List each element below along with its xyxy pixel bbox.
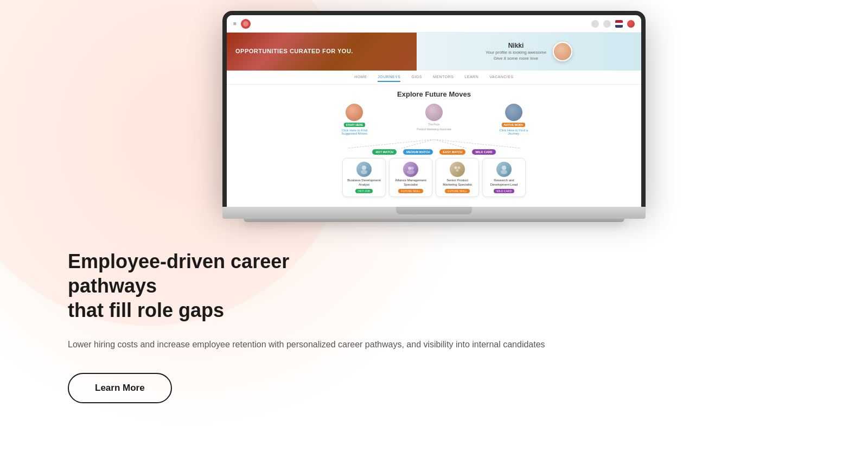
search-icon[interactable] — [591, 20, 599, 28]
tab-home[interactable]: HOME — [354, 75, 367, 82]
tag-medium-match: MEDIUM MATCH — [403, 149, 433, 155]
menu-icon[interactable]: ≡ — [233, 21, 237, 27]
hero-profile-name: Nikki — [486, 42, 546, 49]
svg-point-13 — [501, 170, 507, 174]
journey-user-native: NATIVE WORK Click Here to Find a Journey — [495, 104, 533, 135]
hero-profile-avatar — [553, 42, 572, 61]
journey-user-start: START HERE Click Here to Find Suggested … — [335, 104, 373, 135]
language-flag-icon[interactable] — [615, 20, 623, 28]
svg-point-12 — [502, 166, 506, 170]
user-start-avatar — [346, 104, 363, 121]
svg-line-2 — [434, 139, 467, 148]
start-badge: START HERE — [344, 123, 366, 127]
hero-image: OPPORTUNITIES CURATED FOR YOU. — [227, 33, 417, 71]
nav-icons — [591, 20, 635, 28]
hero-profile-card: Nikki Your profile is looking awesomeGiv… — [417, 33, 641, 71]
role-card-3: Research and Development Lead WILD CARD — [482, 158, 526, 197]
laptop-base — [222, 207, 646, 219]
user-avatar-icon[interactable] — [627, 20, 635, 28]
svg-line-1 — [401, 139, 434, 148]
hero-profile-message: Your profile is looking awesomeGive it s… — [486, 49, 546, 61]
hero-profile-info: Nikki Your profile is looking awesomeGiv… — [486, 42, 546, 61]
role-badge-2: FUTURE SKILL — [445, 189, 469, 193]
page-content: ≡ OPPORTUNITIES CURATED FOR YOU. — [0, 0, 868, 403]
svg-point-11 — [456, 169, 459, 172]
user-native-avatar — [505, 104, 522, 121]
user-native-label: Click Here to Find a Journey — [495, 129, 533, 135]
tab-mentors[interactable]: MENTORS — [433, 75, 454, 82]
headline-line1: Employee-driven career pathways — [68, 250, 289, 297]
laptop-screen: ≡ OPPORTUNITIES CURATED FOR YOU. — [227, 15, 641, 207]
laptop-mockup: ≡ OPPORTUNITIES CURATED FOR YOU. — [222, 11, 646, 222]
tab-journeys[interactable]: JOURNEYS — [378, 75, 400, 82]
role-avatar-2 — [450, 162, 465, 177]
laptop-foot — [244, 219, 624, 222]
svg-point-8 — [407, 170, 414, 174]
laptop-frame: ≡ OPPORTUNITIES CURATED FOR YOU. — [222, 11, 646, 207]
svg-line-3 — [434, 139, 521, 148]
role-title-3: Research and Development Lead — [486, 179, 522, 187]
svg-point-4 — [362, 166, 366, 170]
role-title-0: Business Development Analyst — [346, 179, 382, 187]
role-avatar-3 — [496, 162, 512, 177]
journey-user-floor: The Floor Product Marketing Associate — [417, 104, 451, 135]
svg-line-0 — [347, 139, 434, 148]
match-tags-row: HOT MATCH MEDIUM MATCH EASY MATCH WILD C… — [238, 149, 630, 155]
journeys-title: Explore Future Moves — [238, 90, 630, 98]
app-navbar: ≡ — [227, 15, 641, 33]
role-title-2: Senior Product Marketing Specialist — [439, 179, 475, 187]
user-floor-name: The Floor — [428, 123, 439, 126]
role-cards-row: Business Development Analyst HOT JOB All… — [238, 158, 630, 201]
tag-wild-card: WILD CARD — [472, 149, 495, 155]
role-avatar-1 — [403, 162, 418, 177]
notification-icon[interactable] — [603, 20, 611, 28]
svg-point-10 — [458, 167, 461, 169]
headline-line2: that fill role gaps — [68, 299, 224, 321]
role-badge-3: WILD CARD — [494, 189, 514, 193]
journey-lines-container — [238, 139, 630, 148]
role-card-1: Alliance Management Specialist FUTURE SK… — [389, 158, 432, 197]
role-badge-1: FUTURE SKILL — [398, 189, 423, 193]
svg-point-7 — [411, 167, 414, 170]
user-floor-role: Product Marketing Associate — [417, 128, 451, 131]
role-card-0: Business Development Analyst HOT JOB — [342, 158, 386, 197]
main-headline: Employee-driven career pathways that fil… — [68, 249, 372, 322]
laptop-notch — [396, 207, 472, 214]
role-card-2: Senior Product Marketing Specialist FUTU… — [436, 158, 479, 197]
svg-point-9 — [455, 167, 457, 169]
app-logo-icon — [241, 19, 251, 29]
role-title-1: Alliance Management Specialist — [393, 179, 429, 187]
journey-connections-svg — [238, 139, 630, 148]
tab-vacancies[interactable]: VACANCIES — [489, 75, 513, 82]
user-floor-avatar — [425, 104, 443, 121]
tag-easy-match: EASY MATCH — [439, 149, 465, 155]
journey-users-row: START HERE Click Here to Find Suggested … — [238, 104, 630, 135]
hero-banner: OPPORTUNITIES CURATED FOR YOU. Nikki You… — [227, 33, 641, 71]
user-start-label: Click Here to Find Suggested Moves — [335, 129, 373, 135]
learn-more-button[interactable]: Learn More — [68, 373, 172, 403]
tag-hot-match: HOT MATCH — [372, 149, 397, 155]
main-description: Lower hiring costs and increase employee… — [68, 338, 692, 352]
role-badge-0: HOT JOB — [355, 189, 373, 193]
app-tabs: HOME JOURNEYS GIGS MENTORS LEARN VACANCI… — [227, 71, 641, 85]
native-badge: NATIVE WORK — [502, 123, 525, 127]
bottom-section: Employee-driven career pathways that fil… — [0, 222, 868, 404]
journeys-section: Explore Future Moves START HERE Click He… — [227, 85, 641, 207]
tab-gigs[interactable]: GIGS — [411, 75, 422, 82]
svg-point-5 — [361, 170, 367, 174]
tab-learn[interactable]: LEARN — [464, 75, 478, 82]
role-avatar-0 — [356, 162, 372, 177]
hero-tagline: OPPORTUNITIES CURATED FOR YOU. — [235, 47, 353, 55]
